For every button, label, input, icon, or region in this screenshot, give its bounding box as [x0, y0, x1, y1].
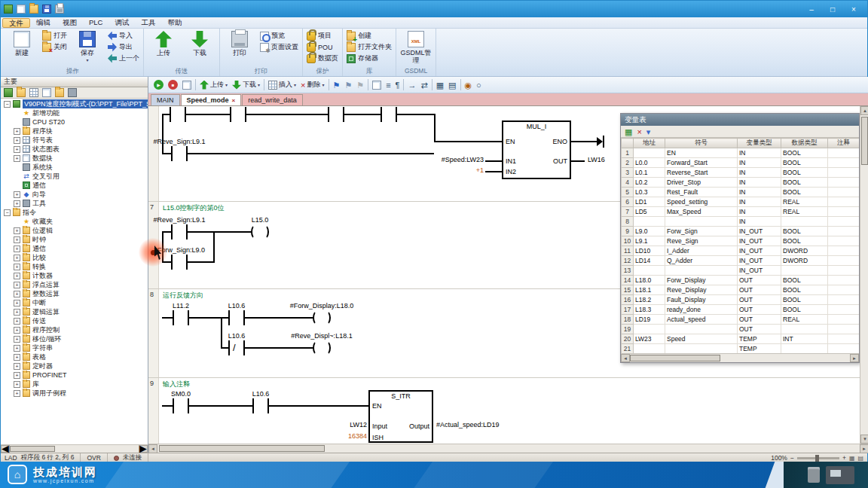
- expand-icon[interactable]: +: [14, 381, 20, 388]
- tree-item[interactable]: +传送: [1, 316, 148, 325]
- ladder-contact[interactable]: L10.6: [228, 310, 245, 325]
- ribbon-button-previous[interactable]: 上一个: [106, 53, 141, 64]
- expand-icon[interactable]: +: [14, 282, 20, 288]
- tree-item[interactable]: +移位/循环: [1, 334, 148, 343]
- expand-icon[interactable]: +: [14, 309, 20, 316]
- ribbon-button-save[interactable]: 保存▾: [70, 30, 105, 64]
- expand-icon[interactable]: +: [14, 354, 20, 361]
- tools-icon[interactable]: [68, 88, 77, 97]
- menu-item-file[interactable]: 文件: [2, 18, 30, 28]
- menu-item-edit[interactable]: 编辑: [30, 18, 57, 28]
- ladder-contact[interactable]: [170, 107, 186, 122]
- menu-item-view[interactable]: 视图: [57, 18, 83, 28]
- tree-item[interactable]: −指令: [1, 208, 148, 217]
- symbol-table-icon[interactable]: ≡: [384, 78, 393, 92]
- ribbon-button-create[interactable]: 创建: [345, 30, 393, 41]
- ladder-instruction-box[interactable]: S_ITRENInputISHOutput: [368, 390, 433, 443]
- tree-item[interactable]: +位逻辑: [1, 226, 148, 235]
- expand-icon[interactable]: +: [14, 372, 20, 379]
- unforce-icon[interactable]: ○: [474, 78, 484, 92]
- next-bookmark-icon[interactable]: ⚑: [342, 78, 354, 92]
- tree-item[interactable]: +程序块: [1, 127, 148, 136]
- ribbon-button-preview[interactable]: 预览: [258, 30, 300, 41]
- project-folder-icon[interactable]: [17, 88, 26, 97]
- ladder-contact[interactable]: SM0.0: [173, 398, 189, 413]
- tree-item[interactable]: +浮点运算: [1, 280, 148, 289]
- ladder-contact[interactable]: #Reve_Sign:L9.1: [171, 146, 188, 161]
- grid-view-icon[interactable]: ▦: [849, 455, 855, 462]
- vartable-horizontal-scrollbar[interactable]: ◄ ►: [621, 353, 859, 362]
- ladder-coil[interactable]: #Forw_Display:L18.0: [313, 310, 331, 325]
- expand-icon[interactable]: +: [14, 318, 20, 325]
- ribbon-button-upload[interactable]: 上传: [146, 30, 181, 56]
- expand-icon[interactable]: +: [14, 227, 20, 234]
- expand-icon[interactable]: +: [14, 300, 20, 307]
- new-file-icon[interactable]: [17, 5, 26, 14]
- ribbon-button-print[interactable]: 打印: [222, 30, 257, 56]
- clear-bookmark-icon[interactable]: ⚑: [354, 78, 366, 92]
- expand-icon[interactable]: +: [14, 236, 20, 243]
- tree-item[interactable]: +符号表: [1, 136, 148, 145]
- tab-main[interactable]: MAIN: [151, 94, 180, 105]
- comment-icon[interactable]: ¶: [393, 78, 402, 92]
- expand-icon[interactable]: +: [14, 200, 20, 207]
- tree-item[interactable]: +PROFINET: [1, 371, 148, 380]
- tree-item[interactable]: 通信: [1, 181, 148, 190]
- data-table-icon[interactable]: ▤: [446, 78, 458, 92]
- expand-icon[interactable]: +: [14, 255, 20, 261]
- address-icon[interactable]: [370, 78, 384, 92]
- table-row[interactable]: 14L18.0Forw_DisplayOUTBOOL: [622, 276, 860, 285]
- expand-icon[interactable]: +: [14, 327, 20, 334]
- tree-item[interactable]: CPU ST20: [1, 117, 148, 127]
- zoom-slider[interactable]: [797, 457, 839, 459]
- table-row[interactable]: 19OUT: [622, 325, 860, 334]
- status-icon[interactable]: [42, 88, 51, 97]
- ribbon-button-page-setup[interactable]: 页面设置: [258, 41, 300, 53]
- expand-icon[interactable]: +: [14, 336, 20, 343]
- ladder-contact[interactable]: L11.2: [173, 310, 189, 325]
- ladder-editor-canvas[interactable]: 7L15.0控制字的第0位8运行反馈方向9输入注释#Reve_Sign:L9.1…: [148, 106, 860, 444]
- ribbon-button-close[interactable]: 关闭: [41, 41, 69, 53]
- tree-item[interactable]: +时钟: [1, 235, 148, 244]
- tree-item[interactable]: +表格: [1, 352, 148, 361]
- table-row[interactable]: 6LD1Speed_settingINREAL: [622, 197, 860, 207]
- menu-item-help[interactable]: 帮助: [161, 18, 188, 28]
- ribbon-button-pou[interactable]: POU: [305, 41, 340, 53]
- ladder-contact[interactable]: #Forw_Sign:L9.0: [171, 255, 188, 270]
- expand-icon[interactable]: +: [14, 264, 20, 270]
- expand-icon[interactable]: +: [14, 137, 20, 144]
- insert-button[interactable]: 插入▾: [266, 78, 298, 92]
- tree-item[interactable]: ★新增功能: [1, 108, 148, 117]
- compile-icon[interactable]: [180, 78, 194, 92]
- tree-item[interactable]: +状态图表: [1, 145, 148, 154]
- table-row[interactable]: 4L0.2Driver_StopINBOOL: [622, 178, 860, 188]
- ladder-contact[interactable]: [328, 107, 344, 122]
- tree-item[interactable]: +程序控制: [1, 325, 148, 334]
- table-row[interactable]: 2L0.0Forward_StartINBOOL: [622, 158, 860, 168]
- tree-item[interactable]: +逻辑运算: [1, 307, 148, 316]
- data-folder-icon[interactable]: [55, 88, 64, 97]
- expand-icon[interactable]: +: [14, 363, 20, 370]
- cross-reference-icon[interactable]: ⇄: [418, 78, 429, 92]
- insert-row-icon[interactable]: ▦: [625, 127, 632, 136]
- menu-item-plc[interactable]: PLC: [83, 18, 108, 28]
- stop-button[interactable]: ■: [166, 78, 180, 92]
- ribbon-button-gsdml-manage[interactable]: GSDML管理: [399, 30, 433, 64]
- upload-button[interactable]: 上传▾: [197, 78, 230, 92]
- table-row[interactable]: 13IN_OUT: [622, 266, 860, 276]
- expand-icon[interactable]: +: [14, 128, 20, 135]
- goto-icon[interactable]: →: [405, 78, 418, 92]
- tree-item[interactable]: +字符串: [1, 343, 148, 352]
- table-row[interactable]: 5L0.3Rest_FaultINBOOL: [622, 188, 860, 197]
- run-button[interactable]: ▶: [151, 78, 166, 92]
- tree-item[interactable]: +调用子例程: [1, 389, 148, 398]
- expand-icon[interactable]: +: [14, 273, 20, 279]
- list-view-icon[interactable]: ▤: [857, 455, 863, 462]
- maximize-button[interactable]: □: [822, 2, 843, 16]
- tree-item[interactable]: +库: [1, 380, 148, 389]
- ribbon-button-open-folder[interactable]: 打开文件夹: [345, 41, 393, 53]
- ribbon-button-import[interactable]: 导入: [106, 30, 141, 41]
- table-row[interactable]: 16L18.2Fault_DisplayOUTBOOL: [622, 295, 860, 305]
- ladder-coil[interactable]: #Reve_Displ~:L18.1: [313, 340, 331, 355]
- ladder-contact[interactable]: /L10.6: [228, 340, 245, 355]
